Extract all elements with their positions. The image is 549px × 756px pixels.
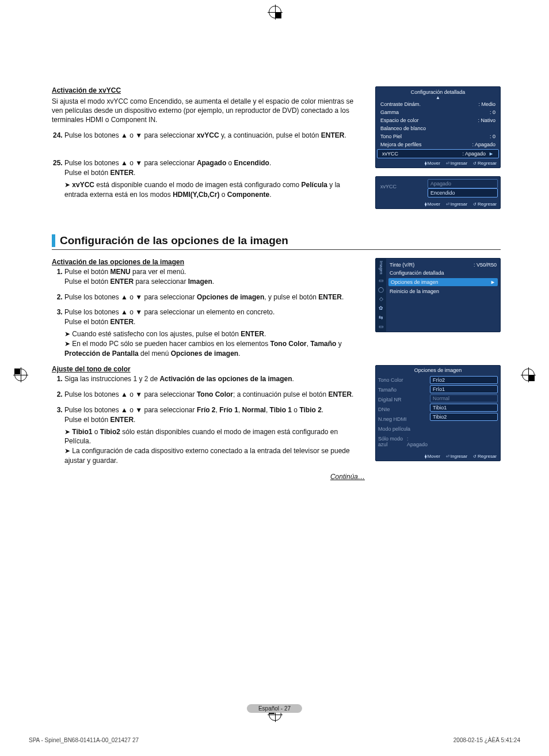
heading-tono-color: Ajuste del tono de color bbox=[52, 365, 365, 373]
accent-bar bbox=[52, 234, 55, 247]
osd-footer: Mover Ingresar Regresar bbox=[376, 452, 500, 461]
play-icon: ► bbox=[490, 279, 495, 285]
step-2: Pulse los botones ▲ o ▼ para seleccionar… bbox=[64, 292, 365, 302]
intro-xvycc: Si ajusta el modo xvYCC como Encendido, … bbox=[52, 97, 365, 125]
osd-row[interactable]: Contraste Dinám.: Medio bbox=[376, 100, 500, 108]
input-icon[interactable]: ⇆ bbox=[379, 314, 383, 320]
sound-icon[interactable]: ◯ bbox=[378, 287, 384, 292]
crop-mark-icon bbox=[14, 368, 27, 381]
page-number-pill: Español - 27 bbox=[247, 704, 302, 713]
step-1: Pulse el botón MENU para ver el menú. Pu… bbox=[64, 267, 365, 287]
osd-row[interactable]: Gamma: 0 bbox=[376, 108, 500, 116]
color-step-3: Pulse los botones ▲ o ▼ para seleccionar… bbox=[64, 405, 365, 466]
osd-label: N.neg HDMI bbox=[378, 415, 428, 423]
color-step-3-note: Tibio1 o Tibio2 sólo están disponibles c… bbox=[64, 427, 365, 447]
color-step-1: Siga las instrucciones 1 y 2 de Activaci… bbox=[64, 374, 365, 384]
step-25: Pulse los botones ▲ o ▼ para seleccionar… bbox=[64, 158, 365, 199]
osd-row[interactable]: Configuración detallada bbox=[390, 269, 497, 277]
osd-xvycc-options: xvYCC Apagado Encendido Mover Ingresar R… bbox=[375, 176, 501, 209]
app-icon[interactable]: ▭ bbox=[379, 324, 384, 329]
osd-field-label: xvYCC bbox=[376, 177, 425, 200]
heading-activ-opciones: Activación de las opciones de la imagen bbox=[52, 258, 365, 266]
osd-label: Modo película bbox=[378, 425, 428, 433]
osd-menu-imagen: Imagen ▭ ◯ ◇ ✿ ⇆ ▭ Tinte (V/R): V50/R50 … bbox=[375, 258, 501, 332]
option-frio2[interactable]: Frío2 bbox=[430, 376, 498, 384]
crop-mark-icon bbox=[269, 6, 281, 18]
option-apagado[interactable]: Apagado bbox=[428, 179, 498, 188]
continua-label: Continúa… bbox=[52, 473, 365, 481]
osd-label: Tamaño bbox=[378, 386, 428, 394]
doc-code-footer: SPA - Spinel_BN68-01411A-00_021427 27 bbox=[29, 737, 139, 743]
osd-row[interactable]: Sólo modo azul: Apagado bbox=[378, 435, 428, 449]
step-3-note: Cuando esté satisfecho con los ajustes, … bbox=[64, 329, 365, 339]
step-3-note: En el modo PC sólo se pueden hacer cambi… bbox=[64, 339, 365, 359]
setup-icon[interactable]: ✿ bbox=[379, 305, 383, 311]
option-normal[interactable]: Normal bbox=[430, 394, 498, 402]
section-heading: Configuración de las opciones de la imag… bbox=[60, 234, 288, 247]
osd-row[interactable]: Espacio de color: Nativo bbox=[376, 116, 500, 124]
osd-row[interactable]: Tono Piel: 0 bbox=[376, 132, 500, 140]
osd-title: Opciones de imagen bbox=[376, 366, 500, 375]
option-tibio1[interactable]: Tibio1 bbox=[430, 404, 498, 412]
osd-footer: Mover Ingresar Regresar bbox=[376, 159, 500, 168]
channel-icon[interactable]: ◇ bbox=[379, 296, 383, 302]
heading-xvycc: Activación de xvYCC bbox=[52, 86, 365, 94]
osd-label: Tono Color bbox=[378, 376, 428, 384]
osd-row-selected-opciones[interactable]: Opciones de imagen► bbox=[388, 278, 498, 286]
osd-row[interactable]: Tinte (V/R): V50/R50 bbox=[390, 261, 497, 269]
picture-icon[interactable]: ▭ bbox=[379, 278, 384, 283]
step-3: Pulse los botones ▲ o ▼ para seleccionar… bbox=[64, 307, 365, 358]
osd-config-detallada: Configuración detallada ▲ Contraste Diná… bbox=[375, 86, 501, 168]
osd-footer: Mover Ingresar Regresar bbox=[376, 200, 500, 208]
page-content: Activación de xvYCC Si ajusta el modo xv… bbox=[52, 86, 501, 481]
sidebar-label: Imagen bbox=[379, 261, 383, 274]
option-frio1[interactable]: Frío1 bbox=[430, 385, 498, 393]
osd-label: Digital NR bbox=[378, 396, 428, 404]
color-step-2: Pulse los botones ▲ o ▼ para seleccionar… bbox=[64, 390, 365, 400]
osd-opciones-imagen: Opciones de imagen Tono Color Tamaño Dig… bbox=[375, 365, 501, 461]
doc-time-footer: 2008-02-15 ¿ÀÈÄ 5:41:24 bbox=[453, 737, 520, 743]
section-title: Configuración de las opciones de la imag… bbox=[52, 234, 501, 250]
option-encendido[interactable]: Encendido bbox=[428, 188, 498, 197]
color-step-3-note: La configuración de cada dispositivo ext… bbox=[64, 446, 365, 466]
osd-row[interactable]: Reinicio de la imagen bbox=[390, 287, 497, 295]
osd-label: DNIe bbox=[378, 405, 428, 413]
chevron-up-icon: ▲ bbox=[376, 95, 500, 100]
step-25-note: xvYCC está disponible cuando el modo de … bbox=[64, 180, 365, 200]
osd-row[interactable]: Mejora de perfiles: Apagado bbox=[376, 140, 500, 149]
option-tibio2[interactable]: Tibio2 bbox=[430, 413, 498, 421]
crop-mark-icon bbox=[522, 368, 535, 381]
play-icon: ► bbox=[489, 151, 494, 157]
osd-row[interactable]: Balanceo de blanco bbox=[376, 124, 500, 132]
osd-row-selected-xvycc[interactable]: xvYCC: Apagado ► bbox=[377, 149, 499, 158]
step-24: Pulse los botones ▲ o ▼ para seleccionar… bbox=[64, 131, 365, 140]
